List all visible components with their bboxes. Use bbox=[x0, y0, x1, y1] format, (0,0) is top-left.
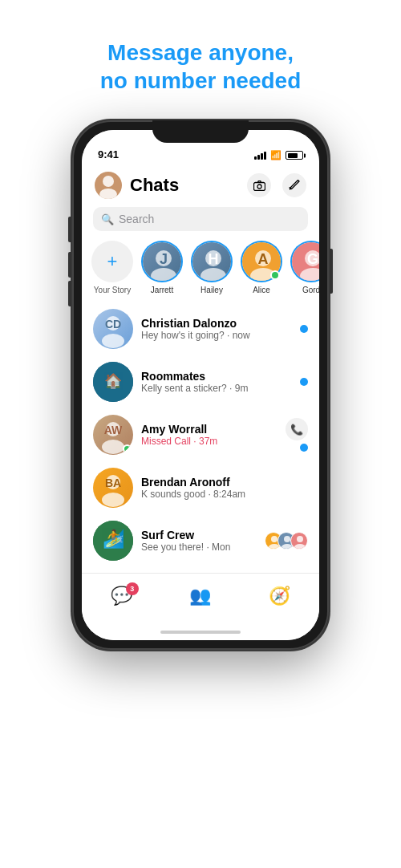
header-actions bbox=[247, 173, 306, 197]
chat-item-brendan[interactable]: BA Brendan Aronoff K sounds good · 8:24a… bbox=[82, 461, 319, 514]
chat-preview-brendan: K sounds good · 8:24am bbox=[141, 489, 300, 500]
home-bar bbox=[160, 631, 241, 634]
svg-point-1 bbox=[99, 189, 117, 199]
group-avatars-surf bbox=[265, 532, 308, 550]
app-header: Chats bbox=[82, 165, 319, 204]
chat-name-brendan: Brendan Aronoff bbox=[141, 476, 300, 489]
status-time: 9:41 bbox=[98, 148, 119, 160]
chat-info-brendan: Brendan Aronoff K sounds good · 8:24am bbox=[141, 476, 300, 500]
amy-online-dot bbox=[123, 444, 132, 453]
phone-screen: 9:41 📶 Cha bbox=[82, 130, 319, 640]
chat-item-roommates[interactable]: 🏠 Roommates Kelly sent a sticker? · 9m bbox=[82, 355, 319, 408]
tab-people-icon: 👥 bbox=[189, 586, 211, 606]
svg-point-25 bbox=[102, 493, 124, 507]
notch bbox=[152, 120, 249, 143]
story-item-hailey[interactable]: H Hailey bbox=[192, 241, 231, 294]
stories-row: + Your Story J Jarrett bbox=[82, 237, 319, 302]
camera-button[interactable] bbox=[247, 173, 271, 197]
tab-chats[interactable]: 💬 3 bbox=[111, 586, 132, 606]
svg-text:CD: CD bbox=[105, 318, 121, 331]
tab-chats-icon: 💬 3 bbox=[111, 586, 132, 606]
tab-discover-icon: 🧭 bbox=[269, 586, 290, 606]
chat-info-christian: Christian Dalonzo Hey how's it going? · … bbox=[141, 317, 292, 341]
story-label-gord: Gord bbox=[302, 286, 319, 294]
signal-bars-icon bbox=[254, 152, 266, 160]
chat-info-roommates: Roommates Kelly sent a sticker? · 9m bbox=[141, 370, 292, 394]
chat-info-surf: Surf Crew See you there! · Mon bbox=[141, 529, 257, 553]
chat-preview-amy: Missed Call · 37m bbox=[141, 436, 277, 447]
chat-item-amy[interactable]: AW Amy Worrall Missed Call · 37m 📞 bbox=[82, 408, 319, 461]
chat-avatar-amy: AW bbox=[93, 415, 133, 455]
battery-icon bbox=[286, 151, 303, 160]
chat-avatar-surf: 🏄 bbox=[93, 521, 133, 561]
headline-line2: no number needed bbox=[100, 68, 301, 93]
svg-text:🏠: 🏠 bbox=[104, 372, 123, 390]
phone-shell: 9:41 📶 Cha bbox=[72, 120, 329, 650]
alice-online-dot bbox=[270, 270, 280, 280]
svg-text:G: G bbox=[307, 251, 318, 267]
search-bar[interactable]: 🔍 Search bbox=[93, 207, 308, 231]
svg-point-22 bbox=[102, 440, 124, 454]
chat-item-surf[interactable]: 🏄 Surf Crew See you there! · Mon bbox=[82, 514, 319, 567]
tab-discover[interactable]: 🧭 bbox=[269, 586, 290, 606]
page-title: Chats bbox=[130, 175, 247, 196]
tab-bar: 💬 3 👥 🧭 bbox=[82, 573, 319, 624]
search-placeholder: Search bbox=[119, 213, 154, 225]
headline: Message anyone, no number needed bbox=[100, 39, 301, 95]
chat-meta-amy: 📞 bbox=[286, 418, 308, 452]
chat-meta-christian bbox=[300, 325, 308, 333]
story-item-your-story[interactable]: + Your Story bbox=[93, 241, 132, 294]
story-item-alice[interactable]: A Alice bbox=[242, 241, 281, 294]
svg-text:AW: AW bbox=[104, 424, 123, 436]
chat-item-christian[interactable]: CD Christian Dalonzo Hey how's it going?… bbox=[82, 302, 319, 355]
home-indicator bbox=[82, 624, 319, 640]
chat-avatar-brendan: BA bbox=[93, 468, 133, 508]
svg-point-17 bbox=[102, 334, 124, 348]
chat-name-roommates: Roommates bbox=[141, 370, 292, 383]
svg-point-3 bbox=[257, 185, 261, 189]
chat-name-surf: Surf Crew bbox=[141, 529, 257, 541]
unread-dot-christian bbox=[300, 325, 308, 333]
unread-dot-roommates bbox=[300, 378, 308, 386]
chat-name-christian: Christian Dalonzo bbox=[141, 317, 292, 330]
chat-preview-christian: Hey how's it going? · now bbox=[141, 330, 292, 341]
svg-text:J: J bbox=[160, 251, 168, 267]
svg-text:🏄: 🏄 bbox=[103, 528, 125, 550]
chat-name-amy: Amy Worrall bbox=[141, 423, 277, 436]
svg-point-5 bbox=[151, 268, 176, 281]
svg-rect-2 bbox=[253, 182, 265, 190]
compose-button[interactable] bbox=[282, 173, 306, 197]
chat-preview-roommates: Kelly sent a sticker? · 9m bbox=[141, 383, 292, 394]
chat-meta-roommates bbox=[300, 378, 308, 386]
chat-info-amy: Amy Worrall Missed Call · 37m bbox=[141, 423, 277, 447]
story-item-jarrett[interactable]: J Jarrett bbox=[143, 241, 181, 294]
story-label-alice: Alice bbox=[253, 286, 270, 294]
story-label-your-story: Your Story bbox=[94, 286, 131, 294]
status-icons: 📶 bbox=[254, 150, 303, 160]
svg-point-34 bbox=[294, 544, 306, 550]
chat-preview-surf: See you there! · Mon bbox=[141, 541, 257, 553]
svg-point-31 bbox=[284, 536, 290, 542]
chat-avatar-roommates: 🏠 bbox=[93, 362, 133, 402]
tab-chats-badge: 3 bbox=[126, 582, 139, 595]
svg-point-29 bbox=[271, 536, 277, 542]
tab-people[interactable]: 👥 bbox=[189, 586, 211, 606]
svg-point-0 bbox=[103, 176, 114, 187]
story-label-jarrett: Jarrett bbox=[151, 286, 173, 294]
story-label-hailey: Hailey bbox=[200, 286, 223, 294]
svg-text:BA: BA bbox=[105, 477, 121, 489]
chat-list: CD Christian Dalonzo Hey how's it going?… bbox=[82, 302, 319, 573]
svg-point-14 bbox=[300, 268, 319, 281]
add-story-icon: + bbox=[107, 251, 118, 272]
story-item-gord[interactable]: G Gord bbox=[292, 241, 319, 294]
svg-point-33 bbox=[297, 536, 303, 542]
chat-avatar-christian: CD bbox=[93, 309, 133, 349]
svg-point-8 bbox=[200, 268, 226, 281]
unread-dot-amy bbox=[300, 444, 308, 452]
call-icon-amy[interactable]: 📞 bbox=[286, 418, 308, 440]
chat-item-jeremy[interactable]: JK Jeremy, Kerry Nice 🏃 · Mon bbox=[82, 567, 319, 573]
search-icon: 🔍 bbox=[101, 213, 114, 225]
svg-text:H: H bbox=[209, 251, 219, 267]
svg-text:A: A bbox=[258, 251, 269, 267]
user-avatar[interactable] bbox=[95, 172, 122, 199]
